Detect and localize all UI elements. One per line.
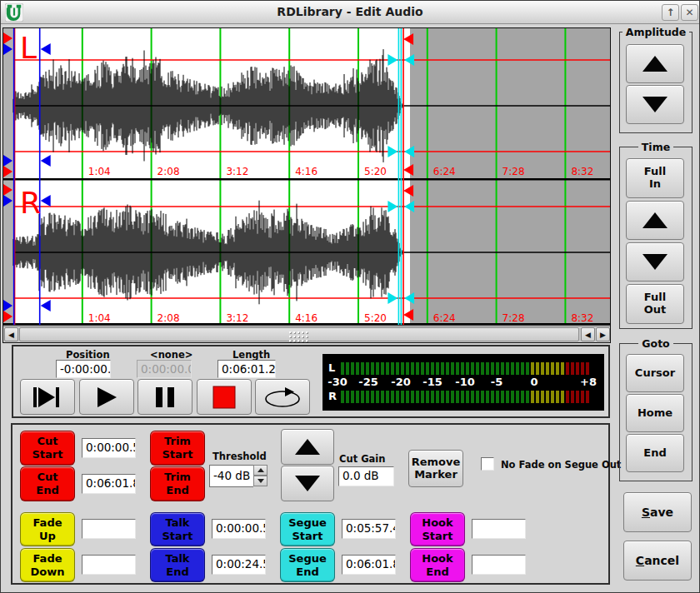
no-fade-checkbox[interactable] xyxy=(481,457,494,471)
meter-segment xyxy=(371,362,374,375)
meter-scale-label: -5 xyxy=(491,376,502,388)
meter-segment xyxy=(341,362,344,375)
segue-end-button[interactable]: Segue End xyxy=(280,548,335,582)
amplitude-down-button[interactable] xyxy=(626,85,684,124)
scroll-left-icon[interactable]: ◀ xyxy=(4,327,18,341)
waveform-canvas[interactable]: 1:041:042:082:083:123:124:164:165:205:20… xyxy=(3,28,610,326)
scrollbar-thumb[interactable] xyxy=(19,327,579,341)
meter-segment xyxy=(381,362,384,375)
hook-start-value[interactable] xyxy=(472,519,526,539)
hook-start-button[interactable]: Hook Start xyxy=(410,512,465,546)
segue-start-value[interactable]: 0:05:57.4 xyxy=(342,519,396,539)
time-full-out-button[interactable]: Full Out xyxy=(626,284,684,324)
titlebar[interactable]: RDLibrary - Edit Audio ↑ ✕ xyxy=(1,1,699,24)
down-arrow-icon xyxy=(295,476,320,491)
threshold-down-icon[interactable] xyxy=(253,476,268,486)
meter-segment xyxy=(411,391,414,403)
meter-segment xyxy=(536,391,539,403)
svg-text:6:24: 6:24 xyxy=(433,312,456,324)
cut-start-button[interactable]: Cut Start xyxy=(20,431,75,466)
fade-up-button[interactable]: Fade Up xyxy=(20,512,75,546)
waveform-scrollbar[interactable]: ◀ ◀ ▶ xyxy=(3,326,610,342)
scroll-left2-icon[interactable]: ◀ xyxy=(581,327,595,341)
meter-segment xyxy=(471,391,474,403)
play-from-start-button[interactable] xyxy=(20,379,75,415)
hook-end-button[interactable]: Hook End xyxy=(410,548,465,582)
threshold-up-icon[interactable] xyxy=(253,465,268,476)
trim-start-button[interactable]: Trim Start xyxy=(150,431,205,466)
time-group-title: Time xyxy=(638,141,673,153)
position-label: Position xyxy=(66,349,110,361)
cut-start-value[interactable]: 0:00:00.5 xyxy=(82,438,136,458)
meter-segment xyxy=(546,362,549,375)
meter-segment xyxy=(501,362,504,375)
talk-end-value[interactable]: 0:00:24.5 xyxy=(212,555,266,575)
amplitude-up-button[interactable] xyxy=(626,44,684,83)
meter-segment xyxy=(446,362,449,375)
fade-up-value[interactable] xyxy=(82,519,136,539)
stop-button[interactable] xyxy=(197,379,252,415)
meter-segment xyxy=(561,391,564,403)
loop-icon xyxy=(262,386,302,408)
scrollbar-grip xyxy=(289,331,291,333)
meter-segment xyxy=(411,362,414,375)
play-button[interactable] xyxy=(79,379,134,415)
time-full-in-button[interactable]: Full In xyxy=(626,158,684,198)
waveform-display[interactable]: 1:041:042:082:083:123:124:164:165:205:20… xyxy=(2,27,611,343)
goto-home-button[interactable]: Home xyxy=(626,394,684,432)
meter-segment xyxy=(561,362,564,375)
meter-scale-label: -10 xyxy=(455,376,475,388)
talk-end-button[interactable]: Talk End xyxy=(150,548,205,582)
window-title: RDLibrary - Edit Audio xyxy=(1,5,699,18)
goto-cursor-button[interactable]: Cursor xyxy=(626,354,684,392)
cancel-button[interactable]: Cancel xyxy=(623,541,692,581)
talk-start-button[interactable]: Talk Start xyxy=(150,512,205,546)
svg-text:3:12: 3:12 xyxy=(226,166,248,177)
threshold-value[interactable]: -40 dB xyxy=(209,465,253,487)
gain-down-button[interactable] xyxy=(281,466,334,501)
remove-marker-button[interactable]: Remove Marker xyxy=(408,450,463,487)
shade-window-button[interactable]: ↑ xyxy=(662,4,679,21)
meter-segment xyxy=(551,391,554,403)
cut-end-value[interactable]: 0:06:01.8 xyxy=(82,474,136,494)
meter-segment xyxy=(521,362,524,375)
time-down-button[interactable] xyxy=(626,242,684,282)
cut-end-button[interactable]: Cut End xyxy=(20,466,75,501)
meter-segment xyxy=(366,362,369,375)
scroll-right-icon[interactable]: ▶ xyxy=(596,327,610,341)
level-meter: L R -30-25-20-15-10-50+8 xyxy=(322,354,604,411)
goto-end-button[interactable]: End xyxy=(626,434,684,472)
loop-button[interactable] xyxy=(255,379,310,415)
close-window-button[interactable]: ✕ xyxy=(681,4,698,21)
svg-text:7:28: 7:28 xyxy=(502,166,525,177)
svg-text:7:28: 7:28 xyxy=(502,312,525,324)
meter-segment xyxy=(471,362,474,375)
talk-start-value[interactable]: 0:00:00.5 xyxy=(212,519,266,539)
svg-text:2:08: 2:08 xyxy=(158,166,180,177)
marker-panel: Cut Start 0:00:00.5 Cut End 0:06:01.8 Tr… xyxy=(11,423,610,585)
segue-end-value[interactable]: 0:06:01.8 xyxy=(342,555,396,575)
cut-gain-value[interactable]: 0.0 dB xyxy=(338,466,394,486)
segue-start-button[interactable]: Segue Start xyxy=(280,512,335,546)
meter-segment xyxy=(526,391,529,403)
meter-segment xyxy=(401,362,404,375)
hook-end-value[interactable] xyxy=(472,555,526,575)
meter-segment xyxy=(341,391,344,403)
no-fade-label: No Fade on Segue Out xyxy=(501,459,621,471)
time-up-button[interactable] xyxy=(626,201,684,240)
fade-down-button[interactable]: Fade Down xyxy=(20,548,75,582)
meter-segment xyxy=(491,362,494,375)
meter-segment xyxy=(456,362,459,375)
pause-icon xyxy=(153,386,177,409)
threshold-spinbox[interactable]: -40 dB xyxy=(209,465,268,487)
fade-down-value[interactable] xyxy=(82,555,136,575)
meter-segment xyxy=(571,391,574,403)
save-button[interactable]: Save xyxy=(623,492,692,532)
gain-up-button[interactable] xyxy=(281,429,334,465)
meter-segment xyxy=(486,362,489,375)
meter-segment xyxy=(426,362,429,375)
meter-segment xyxy=(396,391,399,403)
pause-button[interactable] xyxy=(138,379,192,415)
trim-end-button[interactable]: Trim End xyxy=(150,466,205,501)
meter-segment xyxy=(436,362,439,375)
